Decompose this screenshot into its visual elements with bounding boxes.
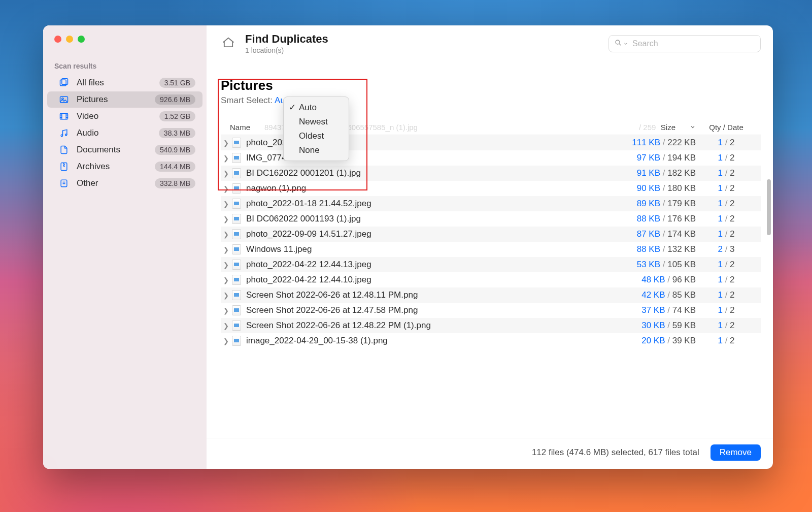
image-file-icon — [232, 214, 241, 224]
file-size: 90 KB / 180 KB — [604, 183, 696, 194]
file-size: 89 KB / 179 KB — [604, 199, 696, 209]
app-window: Scan results All files3.51 GBPictures926… — [43, 25, 773, 469]
sidebar-item-label: Documents — [77, 145, 155, 155]
file-row[interactable]: ❯BI DC062022 0001193 (1).jpg88 KB / 176 … — [221, 211, 761, 227]
file-name: Screen Shot 2022-06-26 at 12.48.11 PM.pn… — [246, 290, 604, 300]
documents-icon — [58, 145, 70, 155]
disclosure-chevron-icon[interactable]: ❯ — [221, 231, 231, 238]
image-file-icon — [232, 229, 241, 239]
dropdown-option-newest[interactable]: Newest — [284, 115, 349, 129]
column-header-qty[interactable]: Qty / Date — [696, 123, 757, 132]
file-qty: 1 / 2 — [696, 321, 757, 331]
file-qty: 1 / 2 — [696, 153, 757, 163]
file-name: photo_2022-04-22 12.44.10.jpeg — [246, 275, 604, 285]
disclosure-chevron-icon[interactable]: ❯ — [221, 200, 231, 208]
file-qty: 1 / 2 — [696, 214, 757, 224]
file-row[interactable]: ❯photo_2022-01-18 21.44.52.jpeg89 KB / 1… — [221, 196, 761, 211]
disclosure-chevron-icon[interactable]: ❯ — [221, 246, 231, 253]
file-name: Screen Shot 2022-06-26 at 12.48.22 PM (1… — [246, 321, 604, 331]
file-row[interactable]: ❯image_2022-04-29_00-15-38 (1).png20 KB … — [221, 333, 761, 348]
sidebar-item-label: Archives — [77, 162, 155, 172]
disclosure-chevron-icon[interactable]: ❯ — [221, 322, 231, 330]
video-icon — [58, 111, 70, 121]
file-size: 20 KB / 39 KB — [604, 336, 696, 346]
file-size: 37 KB / 74 KB — [604, 305, 696, 315]
file-row[interactable]: ❯nagwon (1).png90 KB / 180 KB1 / 2 — [221, 181, 761, 196]
sidebar-item-badge: 144.4 MB — [155, 162, 195, 172]
sidebar-item-label: All files — [77, 78, 159, 88]
page-subtitle: 1 location(s) — [245, 46, 328, 54]
file-list: ❯photo_2022-…0.31.jpeg111 KB / 222 KB1 /… — [221, 135, 761, 438]
disclosure-chevron-icon[interactable]: ❯ — [221, 337, 231, 345]
disclosure-chevron-icon[interactable]: ❯ — [221, 185, 231, 193]
disclosure-chevron-icon[interactable]: ❯ — [221, 261, 231, 269]
file-row[interactable]: ❯photo_2022-04-22 12.44.13.jpeg53 KB / 1… — [221, 257, 761, 272]
dropdown-option-auto[interactable]: ✓Auto — [284, 100, 349, 115]
sidebar-item-video[interactable]: Video1.52 GB — [47, 108, 202, 124]
file-size: 97 KB / 194 KB — [604, 153, 696, 163]
disclosure-chevron-icon[interactable]: ❯ — [221, 139, 231, 147]
minimize-window-button[interactable] — [66, 36, 73, 43]
smart-select-label: Smart Select: — [221, 95, 273, 106]
svg-point-5 — [61, 135, 62, 136]
dropdown-option-none[interactable]: None — [284, 143, 349, 157]
file-name: photo_2022-09-09 14.51.27.jpeg — [246, 229, 604, 239]
remove-button[interactable]: Remove — [710, 444, 761, 461]
files-icon — [58, 78, 70, 88]
disclosure-chevron-icon[interactable]: ❯ — [221, 292, 231, 299]
file-size: 30 KB / 59 KB — [604, 321, 696, 331]
sidebar-heading: Scan results — [43, 62, 207, 74]
image-file-icon — [232, 153, 241, 163]
file-row[interactable]: ❯photo_2022-09-09 14.51.27.jpeg87 KB / 1… — [221, 227, 761, 242]
file-row[interactable]: ❯Screen Shot 2022-06-26 at 12.48.11 PM.p… — [221, 287, 761, 303]
file-qty: 1 / 2 — [696, 229, 757, 239]
sidebar-item-other[interactable]: Other332.8 MB — [47, 175, 202, 191]
sidebar-item-archives[interactable]: Archives144.4 MB — [47, 158, 202, 175]
home-icon[interactable] — [221, 36, 236, 52]
image-file-icon — [232, 305, 241, 315]
file-qty: 1 / 2 — [696, 290, 757, 300]
disclosure-chevron-icon[interactable]: ❯ — [221, 154, 231, 162]
file-row[interactable]: ❯Screen Shot 2022-06-26 at 12.47.58 PM.p… — [221, 303, 761, 318]
file-row[interactable]: ❯BI DC162022 0001201 (1).jpg91 KB / 182 … — [221, 166, 761, 181]
content-area: Pictures Smart Select: Auto ✓AutoNewestO… — [207, 59, 773, 438]
column-header-size[interactable]: Size / 259 — [615, 123, 696, 132]
scrollbar-thumb[interactable] — [767, 179, 771, 235]
file-size: 48 KB / 96 KB — [604, 275, 696, 285]
sidebar: Scan results All files3.51 GBPictures926… — [43, 25, 207, 469]
sidebar-item-audio[interactable]: Audio38.3 MB — [47, 125, 202, 141]
file-qty: 1 / 2 — [696, 275, 757, 285]
svg-rect-4 — [60, 113, 68, 119]
disclosure-chevron-icon[interactable]: ❯ — [221, 307, 231, 314]
file-row[interactable]: ❯Windows 11.jpeg88 KB / 132 KB2 / 3 — [221, 242, 761, 257]
file-size: 91 KB / 182 KB — [604, 168, 696, 178]
svg-point-6 — [65, 134, 67, 136]
disclosure-chevron-icon[interactable]: ❯ — [221, 276, 231, 284]
image-file-icon — [232, 321, 241, 331]
image-file-icon — [232, 275, 241, 285]
check-icon: ✓ — [289, 102, 299, 113]
file-qty: 1 / 2 — [696, 305, 757, 315]
sort-chevron-down-icon — [690, 123, 696, 132]
file-row[interactable]: ❯Screen Shot 2022-06-26 at 12.48.22 PM (… — [221, 318, 761, 333]
toolbar: Find Duplicates 1 location(s) — [207, 25, 773, 59]
disclosure-chevron-icon[interactable]: ❯ — [221, 170, 231, 177]
sidebar-item-label: Pictures — [77, 94, 155, 105]
chevron-down-icon — [623, 39, 628, 48]
footer: 112 files (474.6 MB) selected, 617 files… — [207, 438, 773, 469]
file-qty: 1 / 2 — [696, 260, 757, 270]
pictures-icon — [58, 94, 70, 105]
file-qty: 1 / 2 — [696, 336, 757, 346]
search-input[interactable] — [632, 39, 755, 48]
file-row[interactable]: ❯photo_2022-04-22 12.44.10.jpeg48 KB / 9… — [221, 272, 761, 287]
disclosure-chevron-icon[interactable]: ❯ — [221, 215, 231, 223]
dropdown-option-oldest[interactable]: Oldest — [284, 129, 349, 143]
sidebar-item-badge: 332.8 MB — [155, 178, 195, 188]
file-qty: 1 / 2 — [696, 138, 757, 148]
sidebar-item-all-files[interactable]: All files3.51 GB — [47, 75, 202, 91]
close-window-button[interactable] — [54, 36, 61, 43]
maximize-window-button[interactable] — [78, 36, 85, 43]
sidebar-item-documents[interactable]: Documents540.9 MB — [47, 142, 202, 158]
sidebar-item-pictures[interactable]: Pictures926.6 MB — [47, 91, 202, 108]
search-field[interactable] — [608, 35, 761, 52]
